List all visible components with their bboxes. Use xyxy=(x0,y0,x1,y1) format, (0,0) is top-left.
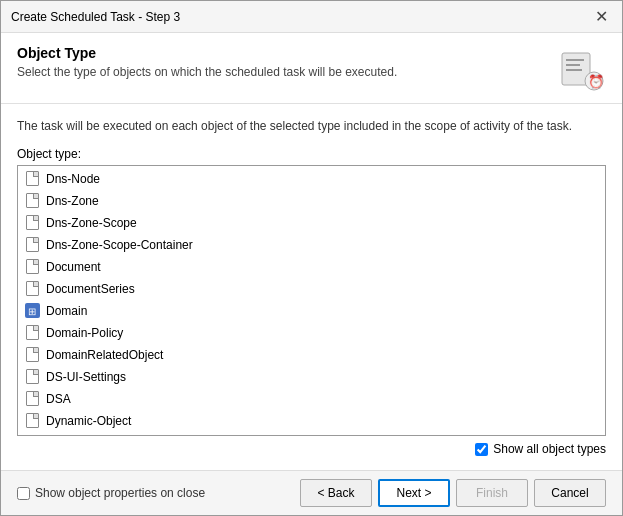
list-item[interactable]: DocumentSeries xyxy=(18,278,605,300)
item-icon xyxy=(24,259,40,275)
svg-rect-2 xyxy=(566,64,580,66)
header-subtitle: Select the type of objects on which the … xyxy=(17,65,397,79)
object-type-label: Object type: xyxy=(17,147,606,161)
item-name: DomainRelatedObject xyxy=(46,348,163,362)
header-section: Object Type Select the type of objects o… xyxy=(1,33,622,104)
item-name: DS-UI-Settings xyxy=(46,370,126,384)
item-name: Dns-Zone-Scope-Container xyxy=(46,238,193,252)
list-item[interactable]: Dns-Zone-Scope-Container xyxy=(18,234,605,256)
item-icon xyxy=(24,413,40,429)
header-title: Object Type xyxy=(17,45,397,61)
list-item[interactable]: Dns-Node xyxy=(18,168,605,190)
close-button[interactable]: ✕ xyxy=(591,9,612,25)
item-name: Dns-Node xyxy=(46,172,100,186)
content-section: The task will be executed on each object… xyxy=(1,104,622,470)
svg-text:⏰: ⏰ xyxy=(588,73,604,90)
item-name: Domain-Policy xyxy=(46,326,123,340)
show-all-checkbox[interactable] xyxy=(475,443,488,456)
back-button[interactable]: < Back xyxy=(300,479,372,507)
header-icon: ⏰ xyxy=(558,45,606,93)
list-item[interactable]: DSA xyxy=(18,388,605,410)
show-all-row: Show all object types xyxy=(17,436,606,462)
next-button[interactable]: Next > xyxy=(378,479,450,507)
object-type-list[interactable]: Dns-NodeDns-ZoneDns-Zone-ScopeDns-Zone-S… xyxy=(18,166,605,435)
item-icon xyxy=(24,171,40,187)
finish-button[interactable]: Finish xyxy=(456,479,528,507)
cancel-button[interactable]: Cancel xyxy=(534,479,606,507)
title-bar: Create Scheduled Task - Step 3 ✕ xyxy=(1,1,622,33)
item-icon xyxy=(24,281,40,297)
header-text: Object Type Select the type of objects o… xyxy=(17,45,397,79)
item-icon xyxy=(24,303,40,319)
dialog-title: Create Scheduled Task - Step 3 xyxy=(11,10,180,24)
list-item[interactable]: Document xyxy=(18,256,605,278)
list-item[interactable]: Dns-Zone xyxy=(18,190,605,212)
list-item[interactable]: Domain xyxy=(18,300,605,322)
show-properties-checkbox[interactable] xyxy=(17,487,30,500)
info-text: The task will be executed on each object… xyxy=(17,118,606,135)
svg-rect-3 xyxy=(566,69,582,71)
item-icon xyxy=(24,391,40,407)
item-name: Domain xyxy=(46,304,87,318)
footer-left: Show object properties on close xyxy=(17,486,205,500)
footer-section: Show object properties on close < Back N… xyxy=(1,470,622,515)
item-icon xyxy=(24,193,40,209)
item-name: DSA xyxy=(46,392,71,406)
dialog-window: Create Scheduled Task - Step 3 ✕ Object … xyxy=(0,0,623,516)
item-icon xyxy=(24,215,40,231)
list-item[interactable]: Dns-Zone-Scope xyxy=(18,212,605,234)
show-all-label[interactable]: Show all object types xyxy=(475,442,606,456)
item-name: Dynamic-Object xyxy=(46,414,131,428)
list-item[interactable]: Dynamic-Object xyxy=(18,410,605,432)
list-item[interactable]: DomainRelatedObject xyxy=(18,344,605,366)
item-name: Document xyxy=(46,260,101,274)
list-item[interactable]: DS-UI-Settings xyxy=(18,366,605,388)
item-icon xyxy=(24,325,40,341)
footer-buttons: < Back Next > Finish Cancel xyxy=(300,479,606,507)
list-container: Dns-NodeDns-ZoneDns-Zone-ScopeDns-Zone-S… xyxy=(17,165,606,436)
item-name: Dns-Zone xyxy=(46,194,99,208)
item-name: Dns-Zone-Scope xyxy=(46,216,137,230)
svg-rect-1 xyxy=(566,59,584,61)
item-icon xyxy=(24,237,40,253)
item-icon xyxy=(24,369,40,385)
item-icon xyxy=(24,347,40,363)
list-item[interactable]: Domain-Policy xyxy=(18,322,605,344)
show-properties-label[interactable]: Show object properties on close xyxy=(17,486,205,500)
item-name: DocumentSeries xyxy=(46,282,135,296)
